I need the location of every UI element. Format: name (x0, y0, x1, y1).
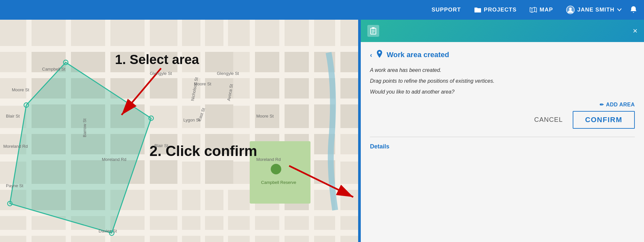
clipboard-icon (370, 27, 377, 35)
back-button[interactable]: ‹ (370, 51, 372, 59)
svg-text:Barrow St: Barrow St (82, 119, 87, 137)
details-section: Details (370, 137, 635, 150)
svg-rect-99 (371, 28, 376, 34)
svg-text:1. Select area: 1. Select area (115, 52, 199, 67)
svg-rect-19 (279, 20, 285, 242)
add-area-row: ✏ ADD AREA (370, 102, 635, 108)
map-nav-item[interactable]: MAP (530, 7, 553, 13)
svg-text:Blair St: Blair St (6, 114, 20, 119)
svg-text:Moreland Rd: Moreland Rd (102, 157, 126, 162)
svg-text:Blair St: Blair St (154, 143, 168, 148)
location-pin-icon (376, 50, 383, 60)
panel-close-button[interactable]: × (633, 26, 637, 35)
svg-text:Campbell St: Campbell St (42, 67, 65, 72)
projects-nav-item[interactable]: PROJECTS (474, 7, 517, 13)
svg-text:Moreland Rd: Moreland Rd (3, 144, 28, 149)
svg-rect-36 (255, 52, 279, 72)
confirm-button[interactable]: CONFIRM (573, 111, 635, 129)
projects-label: PROJECTS (484, 7, 517, 13)
svg-rect-64 (340, 52, 358, 72)
svg-point-104 (379, 52, 380, 54)
panel-divider (358, 20, 361, 242)
pencil-icon: ✏ (600, 102, 604, 108)
svg-rect-33 (205, 52, 233, 72)
svg-text:Glengyle St: Glengyle St (217, 71, 239, 76)
notifications-bell[interactable] (630, 6, 637, 14)
svg-rect-50 (205, 160, 233, 184)
svg-rect-65 (340, 78, 358, 99)
cancel-button[interactable]: CANCEL (534, 116, 563, 123)
map-icon (530, 7, 537, 13)
panel-desc-3: Would you like to add another area? (370, 87, 635, 96)
svg-rect-18 (250, 20, 255, 242)
svg-text:Moore St: Moore St (12, 87, 29, 92)
right-panel: × ‹ Work area created A work area has be… (361, 20, 644, 242)
map-svg: Campbell Reserve 1. Select area 2. Click… (0, 20, 358, 242)
svg-text:Glengyle St: Glengyle St (150, 71, 172, 76)
panel-title-row: ‹ Work area created (370, 50, 635, 60)
svg-rect-16 (200, 20, 205, 242)
chevron-down-icon (617, 8, 622, 11)
panel-body: ‹ Work area created A work area has been… (361, 42, 644, 242)
svg-point-1 (569, 8, 572, 10)
panel-title: Work area created (387, 51, 449, 59)
map-area: Campbell Reserve 1. Select area 2. Click… (0, 20, 358, 242)
svg-rect-55 (285, 104, 309, 128)
svg-rect-32 (150, 78, 177, 99)
svg-rect-35 (205, 104, 233, 128)
panel-header-icon (367, 25, 379, 37)
svg-text:Campbell Reserve: Campbell Reserve (261, 180, 296, 185)
user-menu[interactable]: JANE SMITH (566, 6, 622, 14)
add-area-button[interactable]: ✏ ADD AREA (600, 102, 635, 108)
svg-rect-54 (285, 78, 309, 99)
panel-desc-1: A work area has been created. (370, 66, 635, 75)
svg-text:Moreland Rd: Moreland Rd (256, 157, 281, 162)
svg-rect-100 (372, 27, 375, 29)
svg-point-68 (271, 164, 281, 174)
folder-icon (474, 7, 481, 13)
svg-rect-48 (150, 160, 177, 184)
svg-rect-37 (255, 78, 279, 99)
support-nav-item[interactable]: SUPPORT (431, 7, 461, 13)
svg-text:Davies St: Davies St (99, 229, 117, 233)
panel-header: × (361, 20, 644, 42)
user-name: JANE SMITH (577, 7, 614, 13)
details-title: Details (370, 143, 389, 150)
map-label: MAP (540, 7, 553, 13)
support-label: SUPPORT (431, 7, 461, 13)
svg-text:Payne St: Payne St (6, 183, 23, 188)
bell-icon (630, 6, 637, 14)
user-icon (566, 6, 575, 14)
action-buttons-row: CANCEL CONFIRM (370, 111, 635, 129)
svg-text:Moore St: Moore St (256, 114, 274, 119)
svg-rect-20 (309, 20, 314, 242)
top-navigation: SUPPORT PROJECTS MAP JANE SMITH (0, 0, 644, 20)
svg-rect-66 (340, 104, 358, 128)
svg-text:Moore St: Moore St (194, 81, 211, 86)
panel-desc-2: Drag points to refine the positions of e… (370, 77, 635, 85)
add-area-label: ADD AREA (606, 102, 635, 108)
svg-rect-53 (285, 52, 309, 72)
